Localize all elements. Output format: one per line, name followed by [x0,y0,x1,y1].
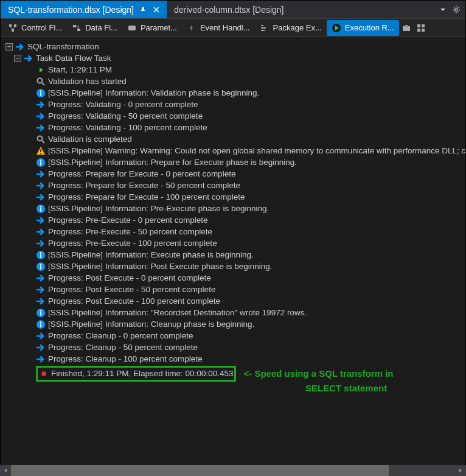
toolbox-icon[interactable] [399,20,414,36]
collapse-icon[interactable]: − [5,43,13,51]
log-row[interactable]: Progress: Post Execute - 50 percent comp… [3,284,465,295]
log-row[interactable]: Progress: Pre-Execute - 100 percent comp… [3,237,465,249]
info-icon [36,250,46,260]
arrow-icon [36,354,46,364]
log-row[interactable]: [SSIS.Pipeline] Information: "Recordset … [3,307,465,318]
tab-overflow-icon[interactable] [440,7,446,13]
tab-derived-column[interactable]: derived-column.dtsx [Design] [167,1,290,18]
execution-tree: − SQL-transformation − Task Data Flow Ta… [3,41,465,382]
package-explorer-tab[interactable]: Package Ex... [255,20,327,36]
log-text: Progress: Validating - 100 percent compl… [48,122,207,133]
log-row[interactable]: [SSIS.Pipeline] Warning: Warning: Could … [3,145,465,156]
arrow-icon [36,111,46,121]
search-icon [36,77,46,86]
log-row[interactable]: Progress: Pre-Execute - 0 percent comple… [3,214,465,226]
log-row[interactable]: Progress: Cleanup - 50 percent complete [3,341,465,353]
log-row[interactable]: Progress: Cleanup - 0 percent complete [3,330,465,341]
log-row[interactable]: [SSIS.Pipeline] Information: Execute pha… [3,249,465,261]
log-row[interactable]: Progress: Prepare for Execute - 50 perce… [3,180,465,191]
log-text: [SSIS.Pipeline] Information: Execute pha… [48,250,254,261]
pin-icon[interactable] [139,5,147,14]
log-text: Progress: Pre-Execute - 0 percent comple… [48,215,208,226]
svg-point-35 [40,310,41,311]
scroll-thumb[interactable] [11,465,389,476]
tree-task[interactable]: − Task Data Flow Task [3,52,465,64]
log-text: Start, 1:29:11 PM [48,65,112,75]
arrow-icon [36,192,46,202]
scroll-track[interactable] [11,465,455,476]
log-row[interactable]: [SSIS.Pipeline] Information: Pre-Execute… [3,203,465,214]
svg-rect-30 [40,254,41,257]
tree-root[interactable]: − SQL-transformation [3,41,465,52]
log-row[interactable]: Progress: Post Execute - 100 percent com… [3,295,465,307]
svg-point-23 [40,159,41,161]
scroll-right-button[interactable] [455,465,466,476]
gear-icon[interactable] [452,5,461,14]
log-row[interactable]: [SSIS.Pipeline] Information: Validation … [3,87,465,99]
log-text: [SSIS.Pipeline] Information: Validation … [48,88,259,99]
arrow-icon [15,42,25,52]
collapse-icon[interactable]: − [14,55,21,62]
tab-sql-transformation[interactable]: SQL-transformation.dtsx [Design] [1,1,167,18]
arrow-icon [36,169,46,179]
log-row[interactable]: Validation is completed [3,133,465,145]
annotation-line1: <- Speed using a SQL transform in [243,368,393,379]
log-row[interactable]: Start, 1:29:11 PM [3,64,465,75]
log-row[interactable]: Progress: Pre-Execute - 50 percent compl… [3,226,465,237]
arrow-icon [36,331,46,341]
tab-bar-actions [435,1,465,18]
svg-rect-3 [12,29,14,32]
tree-root-label: SQL-transformation [27,41,99,52]
log-row[interactable]: Progress: Validating - 50 percent comple… [3,110,465,122]
log-row[interactable]: Progress: Post Execute - 0 percent compl… [3,272,465,284]
parameters-tab[interactable]: Paramet... [122,20,182,36]
log-text: [SSIS.Pipeline] Warning: Warning: Could … [48,145,465,156]
svg-point-38 [40,321,41,323]
log-text: Finished, 1:29:11 PM, Elapsed time: 00:0… [51,368,233,379]
log-text: Progress: Validating - 50 percent comple… [48,111,203,122]
svg-rect-5 [77,29,80,31]
log-row[interactable]: Validation has started [3,75,465,87]
svg-point-29 [40,252,41,253]
arrow-icon [36,100,46,110]
log-row[interactable]: Progress: Validating - 0 percent complet… [3,99,465,110]
log-row[interactable]: Progress: Prepare for Execute - 0 percen… [3,168,465,180]
tool-label: Execution R... [345,23,394,32]
log-row[interactable]: Progress: Cleanup - 100 percent complete [3,353,465,365]
arrow-icon [36,227,46,237]
horizontal-scrollbar[interactable] [0,465,466,476]
tool-label: Package Ex... [273,23,322,32]
log-text: Progress: Validating - 0 percent complet… [48,99,198,110]
arrow-icon [36,181,46,191]
log-row[interactable]: [SSIS.Pipeline] Information: Post Execut… [3,261,465,272]
svg-rect-10 [417,24,420,27]
log-text: [SSIS.Pipeline] Information: Post Execut… [48,261,272,272]
event-handlers-tab[interactable]: Event Handl... [182,20,255,36]
log-row[interactable]: Progress: Prepare for Execute - 100 perc… [3,191,465,203]
arrow-icon [36,296,46,306]
tool-label: Event Handl... [200,23,250,32]
log-row[interactable]: [SSIS.Pipeline] Information: Cleanup pha… [3,318,465,330]
svg-rect-12 [417,29,420,32]
grid-icon[interactable] [414,20,428,36]
tool-label: Control Fl... [21,23,62,32]
log-text: [SSIS.Pipeline] Information: "Recordset … [48,307,307,318]
log-text: Validation has started [48,76,127,87]
log-row[interactable]: [SSIS.Pipeline] Information: Prepare for… [3,156,465,168]
tool-label: Data Fl... [85,23,117,32]
log-text: Progress: Cleanup - 100 percent complete [48,354,203,365]
execution-results-tab[interactable]: Execution R... [327,20,399,36]
info-icon [36,262,46,271]
control-flow-tab[interactable]: Control Fl... [3,20,67,36]
scroll-left-button[interactable] [0,465,11,476]
tree-task-label: Task Data Flow Task [36,53,111,64]
log-row[interactable]: Progress: Validating - 100 percent compl… [3,122,465,133]
finished-row-highlight: Finished, 1:29:11 PM, Elapsed time: 00:0… [36,366,236,382]
arrow-icon [36,285,46,295]
svg-rect-24 [40,161,41,165]
close-icon[interactable] [152,5,161,14]
data-flow-tab[interactable]: Data Fl... [67,20,122,36]
package-explorer-icon [260,23,270,33]
log-text: [SSIS.Pipeline] Information: Pre-Execute… [48,203,269,214]
svg-point-17 [40,90,41,91]
